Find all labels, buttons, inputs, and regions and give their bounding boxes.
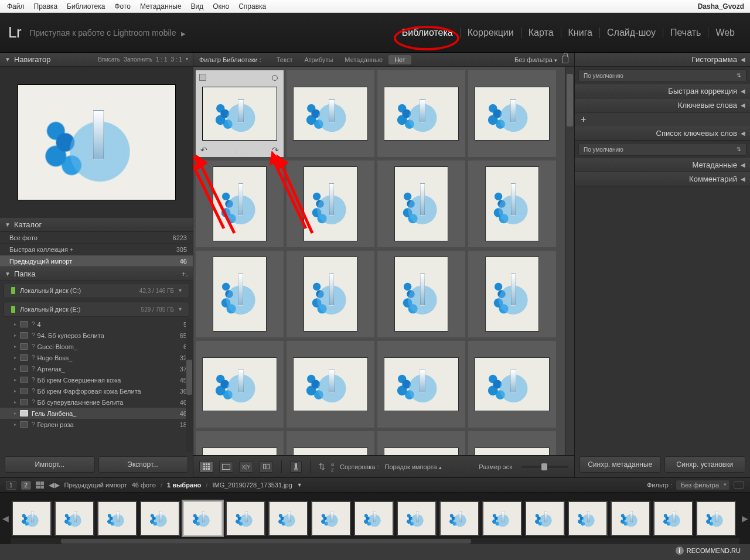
catalog-row-all[interactable]: Все фото6223 (0, 232, 193, 244)
nav-fill[interactable]: Заполнить (124, 56, 152, 63)
filmstrip-thumb[interactable] (97, 501, 137, 536)
navigator-header[interactable]: ▼Навигатор Вписать Заполнить 1 : 1 3 : 1… (0, 53, 193, 67)
module-slideshow[interactable]: Слайд-шоу (600, 28, 663, 38)
folder-row[interactable]: ▸?Герлен роза18 (0, 419, 193, 430)
catalog-row-prev-import[interactable]: Предыдущий импорт46 (0, 255, 193, 267)
sync-metadata-button[interactable]: Синхр. метаданные (579, 456, 661, 473)
grid-cell[interactable] (468, 431, 556, 455)
grid-cell[interactable] (287, 70, 374, 157)
grid-cell[interactable] (287, 251, 374, 337)
grid-cell[interactable] (377, 161, 465, 247)
folder-row[interactable]: ▸?94. Бб купероз Белита65 (0, 330, 193, 341)
monitor-2-button[interactable]: 2 (21, 481, 32, 490)
module-book[interactable]: Книга (561, 28, 600, 38)
add-folder-icon[interactable]: +. (182, 269, 188, 278)
module-library[interactable]: Библиотека (395, 28, 461, 38)
import-button[interactable]: Импорт... (5, 456, 95, 473)
filmstrip-thumb[interactable] (354, 501, 394, 536)
grid-cell[interactable] (377, 70, 465, 157)
module-develop[interactable]: Коррекции (461, 28, 521, 38)
flag-icon[interactable] (199, 74, 206, 81)
catalog-header[interactable]: ▼Каталог (0, 218, 193, 232)
rotate-right-icon[interactable]: ↷ (272, 145, 279, 155)
quick-dev-preset[interactable]: По умолчанию⇅ (578, 69, 746, 82)
grid-cell[interactable] (196, 431, 284, 455)
filmstrip-thumb[interactable] (12, 501, 52, 536)
rotate-left-icon[interactable]: ↶ (200, 145, 207, 155)
grid-cell[interactable] (468, 251, 556, 337)
grid-cell[interactable] (287, 161, 374, 247)
folder-row[interactable]: ▸Гель Ланбена_46 (0, 408, 193, 419)
thumb-size-slider[interactable] (521, 466, 568, 468)
filmstrip-thumb[interactable] (525, 501, 565, 536)
drive-e[interactable]: Локальный диск (E:) 529 / 785 ГБ ▼ (4, 302, 189, 317)
grid-scrollbar[interactable] (565, 67, 574, 455)
grid-cell[interactable] (468, 161, 556, 247)
menu-window[interactable]: Окно (208, 1, 234, 12)
filmstrip-thumb[interactable] (268, 501, 308, 536)
view-loupe-button[interactable] (219, 461, 233, 473)
filmstrip-thumb[interactable] (311, 501, 351, 536)
navigator-preview[interactable] (0, 67, 193, 218)
folder-row[interactable]: ▸?Бб крем Совершенная кожа45 (0, 374, 193, 385)
filmstrip-right-arrow[interactable]: ▶ (739, 493, 750, 544)
grid-cell[interactable] (287, 341, 374, 428)
metadata-preset[interactable]: По умолчанию⇅ (578, 143, 746, 156)
folder-row[interactable]: ▸?Артелак_37 (0, 363, 193, 374)
filmstrip-scrollbar[interactable] (11, 538, 739, 544)
grid-cell[interactable] (377, 431, 465, 455)
view-survey-button[interactable] (259, 461, 273, 473)
filter-tab-none[interactable]: Нет (388, 55, 411, 64)
filmstrip-thumb[interactable] (653, 501, 693, 536)
grid-cell[interactable] (468, 70, 556, 157)
grid-cell[interactable] (377, 341, 465, 428)
filmstrip-thumb[interactable] (183, 501, 223, 536)
nav-3-1[interactable]: 3 : 1 (171, 56, 182, 63)
module-print[interactable]: Печать (663, 28, 708, 38)
grid-cell[interactable] (468, 341, 556, 428)
fs-filter-switch-icon[interactable] (734, 482, 744, 489)
export-button[interactable]: Экспорт... (98, 456, 189, 473)
folder-row[interactable]: ▸?Бб крем Фарфоровая кожа Белита36 (0, 385, 193, 397)
grid-cell[interactable] (196, 341, 284, 428)
sort-direction-icon[interactable]: ⇅ (319, 462, 325, 471)
grid-mini-icon[interactable] (36, 482, 44, 489)
nav-back-forward[interactable]: ◀ ▶ (49, 481, 59, 489)
filmstrip-thumb[interactable] (611, 501, 650, 536)
filmstrip-thumb[interactable] (482, 501, 522, 536)
folders-header[interactable]: ▼Папка +. (0, 267, 193, 281)
view-compare-button[interactable]: X|Y (239, 461, 253, 473)
menu-view[interactable]: Вид (186, 1, 209, 12)
filter-tab-text[interactable]: Текст (271, 56, 299, 63)
filmstrip-thumb[interactable] (54, 501, 94, 536)
painter-tool-button[interactable] (290, 461, 302, 473)
folder-row[interactable]: ▸?45 (0, 319, 193, 330)
nav-1-1[interactable]: 1 : 1 (156, 56, 167, 63)
filmstrip-thumb[interactable] (140, 501, 180, 536)
module-web[interactable]: Web (708, 28, 742, 38)
monitor-1-button[interactable]: 1 (6, 481, 16, 490)
keyword-list-header[interactable]: Список ключевых слов◀ (575, 127, 750, 141)
menu-metadata[interactable]: Метаданные (135, 1, 186, 12)
menu-library[interactable]: Библиотека (62, 1, 110, 12)
filmstrip-thumb[interactable] (696, 501, 736, 536)
crumb-source[interactable]: Предыдущий импорт (64, 482, 127, 489)
sync-settings-button[interactable]: Синхр. установки (664, 456, 746, 473)
nav-fit[interactable]: Вписать (98, 56, 120, 63)
sort-value-dropdown[interactable]: Порядок импорта ▴ (385, 463, 442, 470)
view-grid-button[interactable] (199, 461, 213, 473)
comments-header[interactable]: Комментарий◀ (575, 172, 750, 186)
filmstrip-thumb[interactable] (397, 501, 437, 536)
module-map[interactable]: Карта (521, 28, 561, 38)
lock-icon[interactable] (562, 56, 568, 63)
menu-photo[interactable]: Фото (110, 1, 135, 12)
folder-row[interactable]: ▸?Бб суперувлажнение Белита46 (0, 397, 193, 408)
folder-row[interactable]: ▸?Gucci Bloom_6 (0, 341, 193, 352)
filter-tab-metadata[interactable]: Метаданные (339, 56, 388, 63)
keyword-add-button[interactable]: + (575, 112, 750, 127)
menu-help[interactable]: Справка (234, 1, 271, 12)
menu-file[interactable]: Файл (2, 1, 29, 12)
filter-tab-attributes[interactable]: Атрибуты (298, 56, 339, 63)
grid-cell[interactable] (377, 251, 465, 337)
filter-preset-dropdown[interactable]: Без фильтра ▾ (514, 56, 557, 63)
